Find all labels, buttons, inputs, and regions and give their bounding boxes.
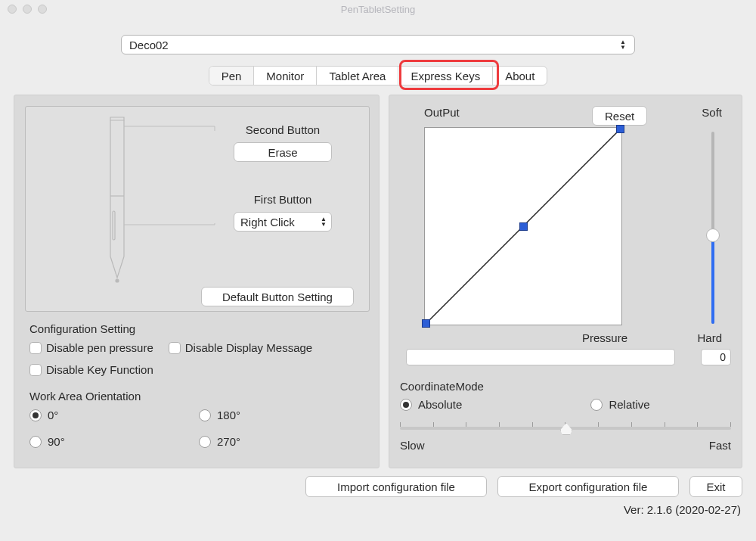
radio-icon bbox=[400, 399, 412, 411]
reset-button[interactable]: Reset bbox=[592, 106, 647, 126]
orientation-90[interactable]: 90° bbox=[29, 435, 199, 448]
close-icon[interactable] bbox=[8, 5, 17, 14]
hard-label: Hard bbox=[697, 331, 722, 344]
panels: Second Button Erase First Button Right C… bbox=[0, 86, 756, 468]
softness-slider[interactable] bbox=[711, 132, 714, 324]
minimize-icon[interactable] bbox=[23, 5, 32, 14]
radio-label: 0° bbox=[48, 409, 58, 421]
checkbox-icon bbox=[29, 364, 42, 376]
soft-label: Soft bbox=[702, 106, 722, 119]
import-config-button[interactable]: Import configuration file bbox=[305, 476, 487, 497]
orientation-title: Work Area Orientation bbox=[29, 390, 368, 403]
radio-icon bbox=[199, 436, 211, 448]
coordinate-mode-title: CoordinateMode bbox=[400, 380, 484, 393]
checkbox-label: Disable Key Function bbox=[46, 363, 153, 376]
output-label: OutPut bbox=[424, 106, 460, 119]
svg-point-1 bbox=[116, 279, 119, 282]
exit-button[interactable]: Exit bbox=[689, 476, 742, 497]
tab-label: About bbox=[505, 70, 534, 82]
button-label: Erase bbox=[268, 146, 297, 159]
speed-slider[interactable] bbox=[400, 421, 731, 434]
radio-icon bbox=[590, 399, 603, 411]
tab-label: Monitor bbox=[266, 70, 304, 82]
radio-label: Absolute bbox=[418, 398, 462, 411]
checkbox-icon bbox=[169, 342, 181, 354]
second-button-group: Second Button Erase bbox=[215, 123, 351, 162]
pressure-value: 0 bbox=[701, 349, 731, 365]
config-row-1: Disable pen pressure Disable Display Mes… bbox=[29, 341, 368, 354]
window-title: PenTabletSetting bbox=[0, 4, 756, 15]
chevron-updown-icon: ▲▼ bbox=[616, 36, 630, 54]
pressure-curve[interactable] bbox=[424, 127, 622, 325]
chevron-updown-icon: ▲▼ bbox=[321, 217, 327, 227]
window-controls bbox=[8, 5, 47, 14]
device-selector-row: Deco02 ▲▼ bbox=[121, 35, 635, 54]
footer-buttons: Import configuration file Export configu… bbox=[0, 468, 756, 497]
check-disable-display[interactable]: Disable Display Message bbox=[169, 341, 312, 354]
pen-diagram-area: Second Button Erase First Button Right C… bbox=[25, 106, 370, 312]
checkbox-icon bbox=[29, 342, 42, 354]
coord-relative[interactable]: Relative bbox=[590, 398, 649, 411]
pressure-axis-label: Pressure bbox=[582, 331, 627, 344]
tab-pen[interactable]: Pen bbox=[209, 67, 255, 85]
checkbox-label: Disable Display Message bbox=[185, 341, 312, 354]
first-button-group: First Button Right Click ▲▼ bbox=[215, 193, 351, 232]
button-label: Default Button Setting bbox=[222, 291, 333, 303]
select-value: Right Click bbox=[240, 216, 295, 229]
tab-bar: Pen Monitor Tablet Area Express Keys Abo… bbox=[0, 66, 756, 86]
radio-icon bbox=[199, 409, 211, 421]
coordinate-mode-group: Absolute Relative bbox=[400, 398, 650, 411]
slider-thumb[interactable] bbox=[560, 423, 572, 435]
button-label: Export configuration file bbox=[529, 480, 648, 493]
device-select[interactable]: Deco02 ▲▼ bbox=[121, 35, 635, 54]
config-row-2: Disable Key Function bbox=[29, 363, 368, 376]
checkbox-label: Disable pen pressure bbox=[46, 341, 153, 354]
curve-handle-end[interactable] bbox=[616, 125, 624, 133]
tab-about[interactable]: About bbox=[493, 67, 547, 85]
curve-handle-mid[interactable] bbox=[519, 222, 528, 231]
tab-label: Express Keys bbox=[411, 70, 480, 82]
radio-label: 180° bbox=[217, 409, 240, 421]
second-button-label: Second Button bbox=[215, 123, 351, 136]
button-label: Exit bbox=[707, 480, 726, 493]
orientation-270[interactable]: 270° bbox=[199, 435, 368, 448]
svg-rect-0 bbox=[113, 211, 115, 240]
tab-label: Tablet Area bbox=[329, 70, 386, 82]
first-button-label: First Button bbox=[215, 193, 351, 206]
device-select-value: Deco02 bbox=[129, 39, 169, 51]
first-button-select[interactable]: Right Click ▲▼ bbox=[234, 212, 332, 232]
titlebar: PenTabletSetting bbox=[0, 0, 756, 18]
button-label: Import configuration file bbox=[337, 480, 455, 493]
fast-label: Fast bbox=[709, 439, 731, 452]
tab-segmented: Pen Monitor Tablet Area Express Keys Abo… bbox=[209, 66, 548, 86]
pen-settings-panel: Second Button Erase First Button Right C… bbox=[14, 95, 380, 468]
radio-icon bbox=[29, 436, 42, 448]
config-title: Configuration Setting bbox=[29, 322, 368, 335]
tab-label: Pen bbox=[222, 70, 242, 82]
coord-absolute[interactable]: Absolute bbox=[400, 398, 462, 411]
tab-tablet-area[interactable]: Tablet Area bbox=[317, 67, 398, 85]
radio-icon bbox=[29, 409, 42, 421]
curve-handle-start[interactable] bbox=[422, 319, 430, 328]
export-config-button[interactable]: Export configuration file bbox=[497, 476, 679, 497]
slow-label: Slow bbox=[400, 439, 425, 452]
orientation-180[interactable]: 180° bbox=[199, 409, 368, 421]
zoom-icon[interactable] bbox=[38, 5, 47, 14]
button-label: Reset bbox=[605, 110, 634, 123]
check-disable-keys[interactable]: Disable Key Function bbox=[29, 363, 153, 376]
radio-label: 90° bbox=[48, 435, 65, 448]
check-disable-pressure[interactable]: Disable pen pressure bbox=[29, 341, 153, 354]
second-button-value[interactable]: Erase bbox=[234, 142, 332, 162]
orientation-group: 0° 90° 180° 270° bbox=[29, 409, 368, 448]
default-button-setting[interactable]: Default Button Setting bbox=[201, 287, 354, 306]
radio-label: Relative bbox=[609, 398, 649, 411]
radio-label: 270° bbox=[217, 435, 240, 448]
tab-express-keys[interactable]: Express Keys bbox=[398, 67, 493, 85]
slider-thumb[interactable] bbox=[706, 229, 720, 242]
slider-fill bbox=[711, 233, 714, 324]
tab-monitor[interactable]: Monitor bbox=[254, 67, 317, 85]
pressure-bar bbox=[406, 349, 675, 365]
version-label: Ver: 2.1.6 (2020-02-27) bbox=[0, 497, 756, 516]
pressure-panel: OutPut Reset Soft Pressure Hard 0 Coordi… bbox=[389, 95, 742, 468]
orientation-0[interactable]: 0° bbox=[29, 409, 199, 421]
